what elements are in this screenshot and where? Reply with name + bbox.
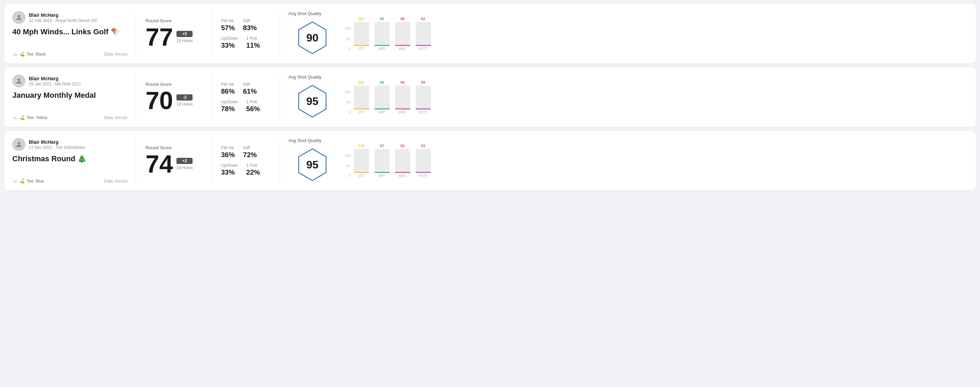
bar-col-app: 86 APP [372, 80, 392, 114]
updown-stat: Up/Down 33% [221, 163, 238, 176]
round-left-round2: Blair McHarg 29 Jan 2022 · Mill Ride GCC… [12, 75, 136, 120]
bar-col-arg: 98 ARG [392, 17, 413, 51]
round-card-round3: Blair McHarg 27 Dec 2021 · The Oxfordshi… [4, 131, 976, 190]
updown-label: Up/Down [221, 36, 238, 41]
bar-col-putt: 99 PUTT [413, 80, 434, 114]
round-left-round3: Blair McHarg 27 Dec 2021 · The Oxfordshi… [12, 138, 136, 184]
one-putt-stat: 1 Putt 22% [246, 163, 260, 176]
score-badge: +5 [177, 31, 192, 37]
holes-label: 18 Holes [177, 165, 192, 170]
quality-label: Avg Shot Quality [288, 75, 321, 79]
tee-info: ☁️ ⛳ Tee: Black [12, 52, 46, 57]
fw-hit-stat: FW Hit 36% [221, 146, 235, 159]
quality-label: Avg Shot Quality [288, 138, 321, 143]
bar-col-arg: 95 ARG [392, 144, 413, 178]
quality-left: Avg Shot Quality 95 [288, 75, 336, 120]
stats-row-top: FW Hit 57% GIR 83% [221, 19, 270, 32]
updown-stat: Up/Down 33% [221, 36, 238, 49]
user-icon [15, 141, 23, 148]
quality-label: Avg Shot Quality [288, 11, 321, 16]
user-name: Blair McHarg [29, 76, 81, 81]
stats-row-bottom: Up/Down 78% 1 Putt 56% [221, 100, 270, 113]
cloud-icon: ☁️ [12, 115, 18, 120]
bar-col-ott: 110 OTT [351, 144, 372, 178]
bar-col-app: 87 APP [372, 144, 392, 178]
round-card-round1: Blair McHarg 12 Feb 2022 · Royal North D… [4, 4, 976, 63]
user-name: Blair McHarg [29, 139, 85, 145]
tee-label: Tee: Yellow [27, 115, 48, 120]
user-name: Blair McHarg [29, 12, 97, 18]
score-number: 74 [146, 152, 173, 176]
svg-point-0 [18, 15, 20, 17]
user-info: Blair McHarg 27 Dec 2021 · The Oxfordshi… [12, 138, 127, 151]
hex-container: 95 [295, 82, 329, 120]
user-icon [15, 14, 23, 21]
tee-info: ☁️ ⛳ Tee: Blue [12, 179, 44, 184]
hex-container: 95 [295, 146, 329, 184]
updown-label: Up/Down [221, 100, 238, 104]
score-section: Round Score 77 +5 18 Holes [136, 11, 212, 57]
user-date: 27 Dec 2021 · The Oxfordshire [29, 145, 85, 150]
avatar [12, 75, 25, 87]
avatar [12, 11, 25, 24]
data-source: Data: Arccos [104, 52, 127, 57]
score-section: Round Score 70 -2 18 Holes [136, 75, 212, 120]
one-putt-stat: 1 Putt 11% [246, 36, 260, 49]
gir-stat: GIR 72% [243, 146, 257, 159]
gir-value: 61% [243, 87, 257, 95]
stats-row-bottom: Up/Down 33% 1 Putt 11% [221, 36, 270, 49]
gir-stat: GIR 83% [243, 19, 257, 32]
updown-value: 33% [221, 168, 238, 176]
user-info: Blair McHarg 12 Feb 2022 · Royal North D… [12, 11, 127, 24]
score-section: Round Score 74 +2 18 Holes [136, 138, 212, 184]
fw-hit-label: FW Hit [221, 19, 235, 23]
user-date: 12 Feb 2022 · Royal North Devon GC [29, 18, 97, 23]
bar-chart: 100500 107 OTT 95 APP 98 ARG [345, 17, 959, 51]
tee-label: Tee: Blue [27, 179, 44, 184]
bar-col-ott: 107 OTT [351, 17, 372, 51]
score-row: 70 -2 18 Holes [146, 88, 202, 113]
one-putt-value: 56% [246, 105, 260, 113]
fw-hit-value: 86% [221, 87, 235, 95]
svg-point-2 [18, 142, 20, 144]
round-card-round2: Blair McHarg 29 Jan 2022 · Mill Ride GCC… [4, 68, 976, 127]
round-title: 40 Mph Winds... Links Golf 🪁 [12, 27, 127, 36]
score-number: 77 [146, 25, 173, 49]
quality-left: Avg Shot Quality 90 [288, 11, 336, 57]
round-title: January Monthly Medal [12, 91, 127, 100]
stats-section: FW Hit 57% GIR 83% Up/Down 33% 1 Putt 11… [212, 11, 280, 57]
quality-left: Avg Shot Quality 95 [288, 138, 336, 184]
quality-section: Avg Shot Quality 90 100500 107 OTT 95 [280, 11, 968, 57]
fw-hit-value: 57% [221, 24, 235, 32]
bar-chart: 100500 110 OTT 87 APP 95 ARG [345, 144, 959, 178]
user-info: Blair McHarg 29 Jan 2022 · Mill Ride GCC [12, 75, 127, 87]
hex-container: 90 [295, 19, 329, 57]
gir-value: 83% [243, 24, 257, 32]
one-putt-label: 1 Putt [246, 163, 260, 168]
fw-hit-label: FW Hit [221, 82, 235, 87]
footer-info: ☁️ ⛳ Tee: Yellow Data: Arccos [12, 115, 127, 120]
flag-icon: ⛳ [19, 52, 25, 57]
flag-icon: ⛳ [19, 179, 25, 184]
quality-section: Avg Shot Quality 95 100500 101 OTT 86 [280, 75, 968, 120]
score-row: 77 +5 18 Holes [146, 25, 202, 49]
one-putt-stat: 1 Putt 56% [246, 100, 260, 113]
round-title: Christmas Round 🎄 [12, 154, 127, 163]
fw-hit-label: FW Hit [221, 146, 235, 150]
bar-col-app: 95 APP [372, 17, 392, 51]
stats-row-bottom: Up/Down 33% 1 Putt 22% [221, 163, 270, 176]
data-source: Data: Arccos [104, 179, 127, 184]
flag-icon: ⛳ [19, 115, 25, 120]
tee-label: Tee: Black [27, 52, 46, 57]
score-number: 70 [146, 88, 173, 113]
hex-score: 90 [306, 32, 318, 44]
fw-hit-stat: FW Hit 86% [221, 82, 235, 95]
user-icon [15, 77, 23, 85]
bar-chart: 100500 101 OTT 86 APP 96 ARG [345, 80, 959, 114]
tee-info: ☁️ ⛳ Tee: Yellow [12, 115, 48, 120]
score-label: Round Score [146, 145, 202, 150]
fw-hit-stat: FW Hit 57% [221, 19, 235, 32]
updown-value: 78% [221, 105, 238, 113]
hex-score: 95 [306, 95, 318, 108]
one-putt-value: 11% [246, 41, 260, 49]
